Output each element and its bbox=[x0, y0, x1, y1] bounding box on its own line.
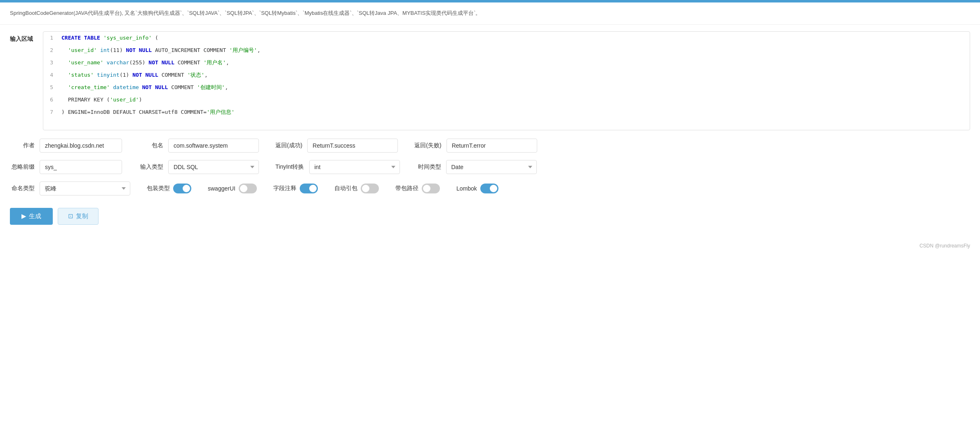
code-line-5: 5 'create_time' datetime NOT NULL COMMEN… bbox=[43, 81, 970, 94]
input-type-group: 输入类型 DDL SQL JSON XML bbox=[139, 160, 259, 174]
swagger-toggle-group: swaggerUI bbox=[208, 184, 257, 193]
author-label: 作者 bbox=[10, 142, 35, 149]
package-group: 包名 bbox=[139, 139, 259, 153]
author-group: 作者 bbox=[10, 139, 122, 153]
editor-label: 输入区域 bbox=[10, 31, 35, 130]
field-comment-toggle-group: 字段注释 bbox=[273, 184, 318, 193]
ignore-prefix-label: 忽略前缀 bbox=[10, 163, 35, 171]
line-num-6: 6 bbox=[43, 94, 58, 106]
auto-import-slider bbox=[361, 184, 379, 193]
time-type-label: 时间类型 bbox=[416, 163, 441, 171]
swagger-label: swaggerUI bbox=[208, 185, 235, 192]
line-code-3: 'user_name' varchar(255) NOT NULL COMMEN… bbox=[58, 57, 233, 69]
code-line-1: 1 CREATE TABLE 'sys_user_info' ( bbox=[43, 32, 970, 44]
generate-label: 生成 bbox=[29, 212, 41, 220]
line-num-3: 3 bbox=[43, 57, 58, 69]
copy-label: 复制 bbox=[76, 212, 88, 220]
lombok-toggle-group: Lombok bbox=[456, 184, 498, 193]
code-line-3: 3 'user_name' varchar(255) NOT NULL COMM… bbox=[43, 57, 970, 69]
line-num-5: 5 bbox=[43, 81, 58, 94]
wrap-type-slider bbox=[173, 184, 191, 193]
line-code-2: 'user_id' int(11) NOT NULL AUTO_INCREMEN… bbox=[58, 44, 264, 57]
naming-type-label: 命名类型 bbox=[10, 185, 35, 192]
header-description: SpringBootCodeGenerator(JAVA代码生成平台), 又名`… bbox=[10, 10, 481, 16]
auto-import-toggle-group: 自动引包 bbox=[334, 184, 379, 193]
code-editor[interactable]: 1 CREATE TABLE 'sys_user_info' ( 2 'user… bbox=[43, 31, 970, 130]
return-success-input[interactable] bbox=[307, 139, 398, 153]
header: SpringBootCodeGenerator(JAVA代码生成平台), 又名`… bbox=[0, 2, 980, 25]
code-line-2: 2 'user_id' int(11) NOT NULL AUTO_INCREM… bbox=[43, 44, 970, 57]
package-label: 包名 bbox=[139, 142, 163, 149]
code-line-4: 4 'status' tinyint(1) NOT NULL COMMENT '… bbox=[43, 69, 970, 81]
code-line-7: 7 ) ENGINE=InnoDB DEFAULT CHARSET=utf8 C… bbox=[43, 106, 970, 118]
footer-credit: CSDN @rundreamsFly bbox=[0, 240, 980, 252]
line-num-4: 4 bbox=[43, 69, 58, 81]
line-num-1: 1 bbox=[43, 32, 58, 44]
line-code-4: 'status' tinyint(1) NOT NULL COMMENT '状态… bbox=[58, 69, 211, 81]
input-type-select[interactable]: DDL SQL JSON XML bbox=[168, 160, 259, 174]
return-success-group: 返回(成功) bbox=[275, 139, 398, 153]
tinyint-group: TinyInt转换 int boolean Integer bbox=[275, 160, 400, 174]
naming-type-select[interactable]: 驼峰 下划线 bbox=[40, 181, 130, 195]
package-path-toggle[interactable] bbox=[422, 184, 440, 193]
copy-icon: ⊡ bbox=[68, 212, 73, 220]
wrap-type-toggle[interactable] bbox=[173, 184, 191, 193]
lombok-label: Lombok bbox=[456, 185, 477, 192]
auto-import-toggle[interactable] bbox=[361, 184, 379, 193]
line-code-1: CREATE TABLE 'sys_user_info' ( bbox=[58, 32, 162, 44]
auto-import-label: 自动引包 bbox=[334, 185, 357, 192]
tinyint-select[interactable]: int boolean Integer bbox=[309, 160, 400, 174]
lombok-toggle[interactable] bbox=[480, 184, 498, 193]
time-type-group: 时间类型 Date LocalDateTime String bbox=[416, 160, 537, 174]
swagger-slider bbox=[239, 184, 257, 193]
package-input[interactable] bbox=[168, 139, 259, 153]
return-success-label: 返回(成功) bbox=[275, 142, 302, 149]
swagger-toggle[interactable] bbox=[239, 184, 257, 193]
input-type-label: 输入类型 bbox=[139, 163, 163, 171]
wrap-type-label: 包装类型 bbox=[147, 185, 170, 192]
wrap-type-toggle-group: 包装类型 bbox=[147, 184, 191, 193]
form-row-3: 命名类型 驼峰 下划线 包装类型 swaggerUI bbox=[10, 181, 970, 195]
generate-button[interactable]: ▶ 生成 bbox=[10, 208, 53, 225]
line-code-6: PRIMARY KEY ('user_id') bbox=[58, 94, 146, 106]
tinyint-label: TinyInt转换 bbox=[275, 163, 304, 171]
button-row: ▶ 生成 ⊡ 复制 bbox=[10, 208, 970, 233]
line-code-7: ) ENGINE=InnoDB DEFAULT CHARSET=utf8 COM… bbox=[58, 106, 238, 118]
line-num-2: 2 bbox=[43, 44, 58, 57]
form-section: 作者 包名 返回(成功) 返回(失败) 忽略前缀 输入类型 bbox=[10, 139, 970, 195]
package-path-slider bbox=[422, 184, 440, 193]
return-fail-group: 返回(失败) bbox=[414, 139, 537, 153]
copy-button[interactable]: ⊡ 复制 bbox=[58, 208, 99, 225]
package-path-toggle-group: 带包路径 bbox=[395, 184, 440, 193]
line-num-7: 7 bbox=[43, 106, 58, 118]
field-comment-toggle[interactable] bbox=[300, 184, 318, 193]
main-content: 输入区域 1 CREATE TABLE 'sys_user_info' ( 2 … bbox=[0, 25, 980, 240]
naming-type-group: 命名类型 驼峰 下划线 bbox=[10, 181, 130, 195]
generate-icon: ▶ bbox=[21, 212, 26, 220]
ignore-prefix-group: 忽略前缀 bbox=[10, 160, 122, 174]
field-comment-label: 字段注释 bbox=[273, 185, 296, 192]
lombok-slider bbox=[480, 184, 498, 193]
return-fail-input[interactable] bbox=[447, 139, 537, 153]
ignore-prefix-input[interactable] bbox=[40, 160, 122, 174]
field-comment-slider bbox=[300, 184, 318, 193]
time-type-select[interactable]: Date LocalDateTime String bbox=[446, 160, 537, 174]
return-fail-label: 返回(失败) bbox=[414, 142, 441, 149]
line-code-5: 'create_time' datetime NOT NULL COMMENT … bbox=[58, 81, 231, 94]
package-path-label: 带包路径 bbox=[395, 185, 418, 192]
code-line-6: 6 PRIMARY KEY ('user_id') bbox=[43, 94, 970, 106]
author-input[interactable] bbox=[40, 139, 122, 153]
editor-section: 输入区域 1 CREATE TABLE 'sys_user_info' ( 2 … bbox=[10, 31, 970, 130]
credit-text: CSDN @rundreamsFly bbox=[919, 243, 970, 249]
form-row-2: 忽略前缀 输入类型 DDL SQL JSON XML TinyInt转换 int… bbox=[10, 160, 970, 174]
form-row-1: 作者 包名 返回(成功) 返回(失败) bbox=[10, 139, 970, 153]
